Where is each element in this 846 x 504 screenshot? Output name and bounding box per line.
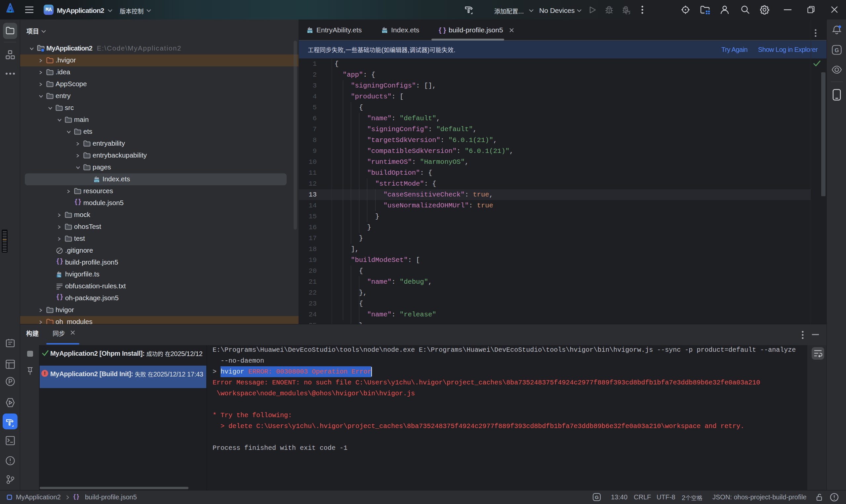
svg-text:ETS: ETS xyxy=(308,30,312,33)
svg-text:TS: TS xyxy=(57,275,61,278)
svg-text:ETS: ETS xyxy=(94,180,99,183)
svg-text:ETS: ETS xyxy=(382,30,387,33)
svg-text:G: G xyxy=(834,47,839,54)
